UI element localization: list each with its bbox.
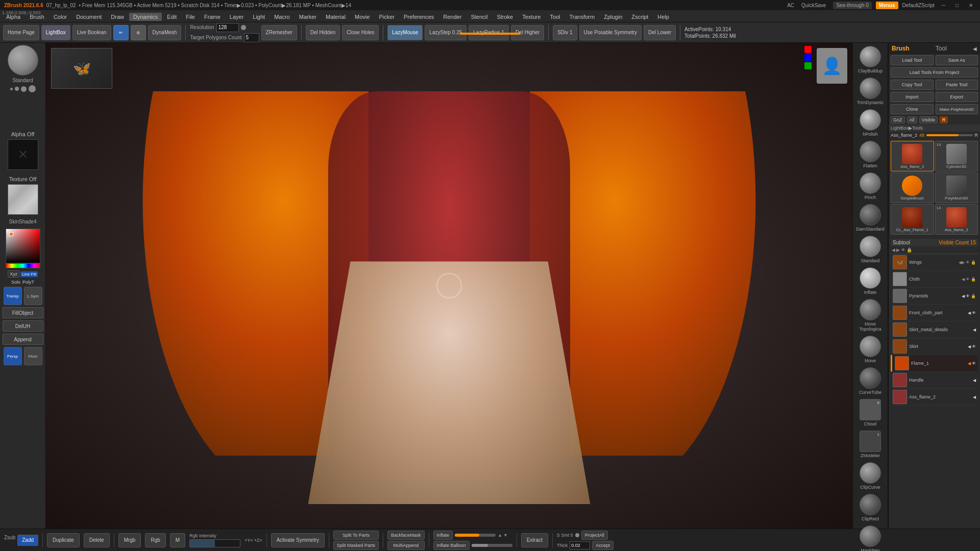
brush-item-simple[interactable]: SimpleBrush xyxy=(891,172,934,203)
right-panel-collapse[interactable]: ◀ xyxy=(973,46,977,52)
export-btn[interactable]: Export xyxy=(936,92,978,102)
canvas-area[interactable]: 🦋 👤 xyxy=(46,43,852,529)
import-btn[interactable]: Import xyxy=(891,92,934,102)
window-maximize[interactable]: □ xyxy=(952,3,962,8)
multi-append-btn[interactable]: MultiAppend xyxy=(387,541,425,550)
subtool-icon-3[interactable]: 👁 xyxy=(901,247,905,253)
trim-dynamic-tool[interactable]: TrimDynamic xyxy=(856,77,885,106)
window-minimize[interactable]: ─ xyxy=(939,3,948,8)
extract-btn[interactable]: Extract xyxy=(521,533,548,547)
live-boolean-btn[interactable]: Live Boolean xyxy=(72,25,111,40)
r-btn[interactable]: R xyxy=(940,116,948,123)
front-cloth-icon-1[interactable]: ◀ xyxy=(968,311,971,315)
inflate-balloon-btn[interactable]: Inflate Balloon xyxy=(433,541,470,550)
viewport-content[interactable] xyxy=(46,43,852,529)
curve-tube-tool[interactable]: CurveTube xyxy=(856,366,885,396)
pyramids-icon-2[interactable]: 👁 xyxy=(966,294,970,298)
menu-color[interactable]: Color xyxy=(50,13,71,21)
draw-btn[interactable]: ⊕ xyxy=(131,25,146,40)
menu-texture[interactable]: Texture xyxy=(518,13,545,21)
flame1-icon-2[interactable]: 👁 xyxy=(972,361,976,366)
target-polygons-input[interactable] xyxy=(244,33,259,42)
resolution-input[interactable] xyxy=(216,23,239,32)
lsym-btn[interactable]: L.Sym xyxy=(24,287,42,305)
menu-movie[interactable]: Movie xyxy=(351,13,374,21)
texture-preview[interactable] xyxy=(8,184,38,215)
menu-draw[interactable]: Draw xyxy=(107,13,128,21)
clip-curve-tool[interactable]: ClipCurve xyxy=(856,461,885,491)
move-tool[interactable]: Move xyxy=(856,335,885,364)
inflate-btn[interactable]: Inflate xyxy=(433,531,453,540)
inflate-tool[interactable]: Inflate xyxy=(856,266,885,296)
dot-4[interactable] xyxy=(29,85,36,92)
delete-btn[interactable]: Delete xyxy=(84,533,110,547)
subtool-item-cloth[interactable]: Cloth ◀ 👁 🔒 xyxy=(891,271,978,288)
inflate-slider[interactable] xyxy=(455,534,496,537)
skirt-metal-icon-1[interactable]: ◀ xyxy=(973,328,976,332)
menu-layer[interactable]: Layer xyxy=(226,13,248,21)
brush-item-cl-flame[interactable]: CL_Ass_Flame_1 xyxy=(891,204,934,235)
pyramids-icon-1[interactable]: ◀ xyxy=(962,294,965,298)
del-uh-btn[interactable]: DelUH xyxy=(3,320,43,332)
load-tools-from-project-btn[interactable]: Load Tools From Project xyxy=(891,67,978,78)
rgb-intensity-slider[interactable] xyxy=(189,539,240,547)
quick-save-btn[interactable]: QuickSave xyxy=(798,3,829,8)
subtool-item-wings[interactable]: 🦋 Wings ◀▶ 👁 🔒 xyxy=(891,254,978,271)
transp-btn[interactable]: Transp xyxy=(4,287,22,305)
menu-preferences[interactable]: Preferences xyxy=(400,13,438,21)
menu-transform[interactable]: Transform xyxy=(565,13,599,21)
dynamesh-btn[interactable]: DynaMesh xyxy=(148,25,182,40)
subtool-item-front-cloth[interactable]: Front_cloth_part ◀ 👁 xyxy=(891,305,978,321)
see-through-btn[interactable]: See-through 0 xyxy=(833,2,871,9)
menu-edit[interactable]: Edit xyxy=(163,13,181,21)
menu-stencil[interactable]: Stencil xyxy=(467,13,492,21)
goz-btn[interactable]: GoZ xyxy=(891,116,905,123)
zadd-btn[interactable]: Zadd xyxy=(17,535,38,546)
subtool-icon-4[interactable]: 🔒 xyxy=(906,247,912,253)
pinch-tool[interactable]: Pinch xyxy=(856,171,885,201)
xyz-btn[interactable]: Xyz xyxy=(8,270,19,278)
hpolish-tool[interactable]: hPolish xyxy=(856,108,885,138)
window-close[interactable]: ✕ xyxy=(966,3,976,8)
subtool-icon-2[interactable]: ▶ xyxy=(896,247,900,253)
chisel-tool[interactable]: 8 Chisel xyxy=(856,398,885,428)
split-masked-parts-btn[interactable]: Split Masked Parts xyxy=(333,541,379,550)
menu-render[interactable]: Render xyxy=(439,13,465,21)
pyramids-icon-3[interactable]: 🔒 xyxy=(971,294,976,298)
clone-btn[interactable]: Clone xyxy=(891,104,934,114)
project-all-btn[interactable]: ProjectAll xyxy=(581,531,608,540)
use-posable-symmetry-btn[interactable]: Use Posable Symmetry xyxy=(579,25,642,40)
subtool-item-skirt-metal[interactable]: Skirt_metal_details ◀ xyxy=(891,321,978,338)
color-picker-area[interactable] xyxy=(6,229,40,263)
wings-toggle-icon[interactable]: ◀▶ xyxy=(959,260,965,265)
menus-btn[interactable]: Menus xyxy=(876,2,898,9)
color-hue-bar[interactable] xyxy=(6,263,40,268)
brush-size-slider[interactable] xyxy=(926,134,972,136)
subtool-item-ass-flame2[interactable]: Ass_flame_2 ◀ xyxy=(891,389,978,406)
menu-zscript[interactable]: Zscript xyxy=(627,13,652,21)
flame1-icon-1[interactable]: ◀ xyxy=(968,361,971,366)
alpha-preview[interactable]: ✕ xyxy=(8,139,38,170)
ssmt-dot[interactable] xyxy=(575,533,579,537)
default-script[interactable]: DefaultZScript xyxy=(902,3,935,8)
menu-material[interactable]: Material xyxy=(322,13,350,21)
menu-file[interactable]: File xyxy=(182,13,199,21)
move-topo-tool[interactable]: Move Topologica xyxy=(856,298,885,333)
paste-tool-btn[interactable]: Paste Tool xyxy=(936,80,978,90)
home-page-btn[interactable]: Home Page xyxy=(3,25,39,40)
mrgb-btn[interactable]: Mrgb xyxy=(118,533,141,547)
menu-light[interactable]: Light xyxy=(249,13,269,21)
duplicate-btn[interactable]: Duplicate xyxy=(47,533,80,547)
dam-standard-tool[interactable]: DamStandard xyxy=(856,203,885,233)
menu-zplugin[interactable]: Zplugin xyxy=(600,13,626,21)
cloth-icon-3[interactable]: 🔒 xyxy=(971,277,976,282)
make-polymesh3d-btn[interactable]: Make PolyMesh3D xyxy=(936,104,978,114)
subtool-item-skirt[interactable]: Skirt ◀ 👁 xyxy=(891,338,978,355)
brush-item-polymesh[interactable]: PolyMesh3D xyxy=(935,172,978,203)
dot-1[interactable] xyxy=(10,88,13,90)
zmodeler-tool[interactable]: 1 ZModeler xyxy=(856,430,885,459)
line-fill-btn[interactable]: Line Fill xyxy=(20,271,38,277)
menu-macro[interactable]: Macro xyxy=(270,13,294,21)
dot-3[interactable] xyxy=(21,86,27,92)
lightbox-btn[interactable]: LightBox xyxy=(41,25,70,40)
